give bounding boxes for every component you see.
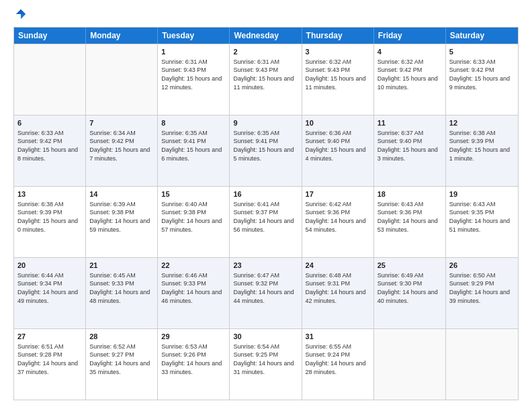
day-number: 15: [161, 189, 226, 199]
header-cell-friday: Friday: [374, 28, 446, 44]
day-cell-5: 5Sunrise: 6:33 AM Sunset: 9:42 PM Daylig…: [446, 44, 518, 115]
day-cell-10: 10Sunrise: 6:36 AM Sunset: 9:40 PM Dayli…: [302, 116, 374, 186]
empty-cell: [86, 44, 158, 115]
cell-info: Sunrise: 6:42 AM Sunset: 9:36 PM Dayligh…: [306, 200, 370, 234]
cell-info: Sunrise: 6:55 AM Sunset: 9:24 PM Dayligh…: [306, 342, 370, 376]
day-cell-3: 3Sunrise: 6:32 AM Sunset: 9:43 PM Daylig…: [302, 44, 374, 115]
day-cell-4: 4Sunrise: 6:32 AM Sunset: 9:42 PM Daylig…: [374, 44, 446, 115]
cell-info: Sunrise: 6:40 AM Sunset: 9:38 PM Dayligh…: [161, 200, 226, 234]
empty-cell: [374, 329, 446, 400]
day-cell-24: 24Sunrise: 6:48 AM Sunset: 9:31 PM Dayli…: [302, 258, 374, 328]
day-number: 29: [161, 332, 226, 342]
day-cell-17: 17Sunrise: 6:42 AM Sunset: 9:36 PM Dayli…: [302, 187, 374, 257]
day-number: 13: [17, 189, 82, 199]
empty-cell: [446, 329, 518, 400]
cell-info: Sunrise: 6:52 AM Sunset: 9:27 PM Dayligh…: [89, 342, 154, 376]
calendar-header-row: SundayMondayTuesdayWednesdayThursdayFrid…: [14, 28, 518, 44]
cell-info: Sunrise: 6:32 AM Sunset: 9:43 PM Dayligh…: [306, 58, 370, 91]
day-cell-23: 23Sunrise: 6:47 AM Sunset: 9:32 PM Dayli…: [230, 258, 302, 328]
day-number: 25: [378, 261, 442, 271]
cell-info: Sunrise: 6:35 AM Sunset: 9:41 PM Dayligh…: [161, 129, 226, 163]
day-cell-11: 11Sunrise: 6:37 AM Sunset: 9:40 PM Dayli…: [374, 116, 446, 186]
day-cell-18: 18Sunrise: 6:43 AM Sunset: 9:36 PM Dayli…: [374, 187, 446, 257]
cell-info: Sunrise: 6:33 AM Sunset: 9:42 PM Dayligh…: [449, 58, 515, 91]
svg-marker-1: [21, 14, 26, 19]
day-cell-13: 13Sunrise: 6:38 AM Sunset: 9:39 PM Dayli…: [14, 187, 86, 257]
cell-info: Sunrise: 6:31 AM Sunset: 9:43 PM Dayligh…: [161, 58, 226, 91]
day-number: 12: [449, 118, 515, 128]
cell-info: Sunrise: 6:50 AM Sunset: 9:29 PM Dayligh…: [449, 271, 515, 305]
cell-info: Sunrise: 6:51 AM Sunset: 9:28 PM Dayligh…: [17, 342, 82, 376]
logo-icon: [15, 8, 27, 20]
day-number: 21: [89, 261, 154, 271]
day-cell-26: 26Sunrise: 6:50 AM Sunset: 9:29 PM Dayli…: [446, 258, 518, 328]
week-row-2: 6Sunrise: 6:33 AM Sunset: 9:42 PM Daylig…: [14, 115, 518, 186]
day-number: 2: [233, 47, 298, 57]
cell-info: Sunrise: 6:32 AM Sunset: 9:42 PM Dayligh…: [378, 58, 442, 91]
day-number: 19: [449, 189, 515, 199]
logo: [13, 11, 27, 20]
week-row-5: 27Sunrise: 6:51 AM Sunset: 9:28 PM Dayli…: [14, 328, 518, 400]
day-number: 3: [306, 47, 370, 57]
header-cell-wednesday: Wednesday: [230, 28, 302, 44]
day-cell-21: 21Sunrise: 6:45 AM Sunset: 9:33 PM Dayli…: [86, 258, 158, 328]
day-number: 18: [378, 189, 442, 199]
day-number: 8: [161, 118, 226, 128]
day-number: 26: [449, 261, 515, 271]
day-cell-8: 8Sunrise: 6:35 AM Sunset: 9:41 PM Daylig…: [158, 116, 230, 186]
header-cell-saturday: Saturday: [446, 28, 518, 44]
day-cell-30: 30Sunrise: 6:54 AM Sunset: 9:25 PM Dayli…: [230, 329, 302, 400]
cell-info: Sunrise: 6:46 AM Sunset: 9:33 PM Dayligh…: [161, 271, 226, 305]
cell-info: Sunrise: 6:53 AM Sunset: 9:26 PM Dayligh…: [161, 342, 226, 376]
header-cell-monday: Monday: [86, 28, 158, 44]
header-cell-tuesday: Tuesday: [158, 28, 230, 44]
day-cell-2: 2Sunrise: 6:31 AM Sunset: 9:43 PM Daylig…: [230, 44, 302, 115]
page-header: [13, 11, 519, 20]
day-cell-27: 27Sunrise: 6:51 AM Sunset: 9:28 PM Dayli…: [14, 329, 86, 400]
day-number: 10: [306, 118, 370, 128]
day-cell-15: 15Sunrise: 6:40 AM Sunset: 9:38 PM Dayli…: [158, 187, 230, 257]
cell-info: Sunrise: 6:43 AM Sunset: 9:36 PM Dayligh…: [378, 200, 442, 234]
cell-info: Sunrise: 6:48 AM Sunset: 9:31 PM Dayligh…: [306, 271, 370, 305]
day-number: 11: [378, 118, 442, 128]
day-number: 31: [306, 332, 370, 342]
cell-info: Sunrise: 6:47 AM Sunset: 9:32 PM Dayligh…: [233, 271, 298, 305]
cell-info: Sunrise: 6:36 AM Sunset: 9:40 PM Dayligh…: [306, 129, 370, 163]
calendar-body: 1Sunrise: 6:31 AM Sunset: 9:43 PM Daylig…: [14, 44, 518, 400]
week-row-4: 20Sunrise: 6:44 AM Sunset: 9:34 PM Dayli…: [14, 257, 518, 328]
week-row-3: 13Sunrise: 6:38 AM Sunset: 9:39 PM Dayli…: [14, 186, 518, 257]
day-cell-12: 12Sunrise: 6:38 AM Sunset: 9:39 PM Dayli…: [446, 116, 518, 186]
cell-info: Sunrise: 6:44 AM Sunset: 9:34 PM Dayligh…: [17, 271, 82, 305]
cell-info: Sunrise: 6:49 AM Sunset: 9:30 PM Dayligh…: [378, 271, 442, 305]
cell-info: Sunrise: 6:31 AM Sunset: 9:43 PM Dayligh…: [233, 58, 298, 91]
day-cell-16: 16Sunrise: 6:41 AM Sunset: 9:37 PM Dayli…: [230, 187, 302, 257]
empty-cell: [14, 44, 86, 115]
day-number: 27: [17, 332, 82, 342]
day-cell-9: 9Sunrise: 6:35 AM Sunset: 9:41 PM Daylig…: [230, 116, 302, 186]
day-number: 22: [161, 261, 226, 271]
cell-info: Sunrise: 6:35 AM Sunset: 9:41 PM Dayligh…: [233, 129, 298, 163]
day-cell-20: 20Sunrise: 6:44 AM Sunset: 9:34 PM Dayli…: [14, 258, 86, 328]
calendar-page: SundayMondayTuesdayWednesdayThursdayFrid…: [0, 0, 532, 411]
day-number: 5: [449, 47, 515, 57]
day-number: 23: [233, 261, 298, 271]
day-number: 28: [89, 332, 154, 342]
cell-info: Sunrise: 6:38 AM Sunset: 9:39 PM Dayligh…: [449, 129, 515, 163]
day-cell-14: 14Sunrise: 6:39 AM Sunset: 9:38 PM Dayli…: [86, 187, 158, 257]
week-row-1: 1Sunrise: 6:31 AM Sunset: 9:43 PM Daylig…: [14, 44, 518, 115]
day-cell-22: 22Sunrise: 6:46 AM Sunset: 9:33 PM Dayli…: [158, 258, 230, 328]
cell-info: Sunrise: 6:33 AM Sunset: 9:42 PM Dayligh…: [17, 129, 82, 163]
svg-marker-0: [16, 9, 26, 14]
header-cell-thursday: Thursday: [302, 28, 374, 44]
day-cell-19: 19Sunrise: 6:43 AM Sunset: 9:35 PM Dayli…: [446, 187, 518, 257]
day-cell-28: 28Sunrise: 6:52 AM Sunset: 9:27 PM Dayli…: [86, 329, 158, 400]
day-number: 9: [233, 118, 298, 128]
cell-info: Sunrise: 6:34 AM Sunset: 9:42 PM Dayligh…: [89, 129, 154, 163]
cell-info: Sunrise: 6:39 AM Sunset: 9:38 PM Dayligh…: [89, 200, 154, 234]
day-number: 17: [306, 189, 370, 199]
cell-info: Sunrise: 6:41 AM Sunset: 9:37 PM Dayligh…: [233, 200, 298, 234]
day-number: 24: [306, 261, 370, 271]
day-number: 30: [233, 332, 298, 342]
day-cell-6: 6Sunrise: 6:33 AM Sunset: 9:42 PM Daylig…: [14, 116, 86, 186]
day-number: 7: [89, 118, 154, 128]
